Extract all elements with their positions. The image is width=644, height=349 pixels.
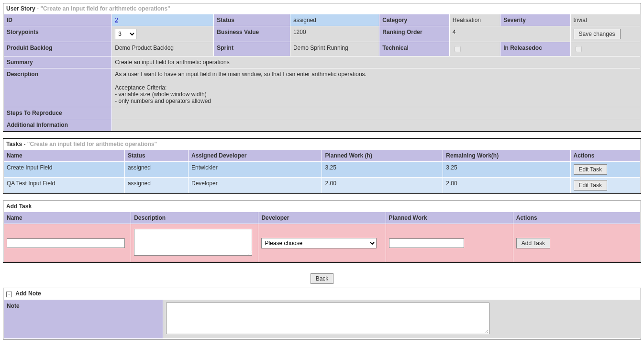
add-task-button[interactable]: Add Task: [516, 238, 550, 248]
tasks-title-label: Tasks: [6, 141, 22, 147]
value-status: assigned: [290, 14, 379, 26]
value-summary: Create an input field for arithmetic ope…: [112, 56, 641, 68]
add-task-title-label: Add Task: [6, 203, 32, 210]
task-status: assigned: [124, 178, 188, 193]
addcol-description: Description: [131, 212, 258, 224]
task-actions: Edit Task: [570, 178, 640, 193]
label-additional: Additional Information: [4, 119, 112, 131]
task-assigned: Developer: [188, 178, 322, 193]
add-task-panel: Add Task Name Description Developer Plan…: [3, 201, 641, 263]
task-remaining: 2.00: [443, 178, 570, 193]
value-description: As a user I want to have an input field …: [112, 68, 641, 107]
value-sprint: Demo Sprint Running: [290, 42, 379, 56]
label-status: Status: [214, 14, 290, 26]
task-actions: Edit Task: [570, 162, 640, 178]
label-product-backlog: Produkt Backlog: [4, 42, 112, 56]
user-story-title-label: User Story: [6, 5, 35, 12]
note-value-cell: [163, 300, 640, 339]
addcol-name: Name: [4, 212, 131, 224]
add-note-panel: - Add Note Note: [3, 288, 641, 339]
label-storypoints: Storypoints: [4, 26, 112, 42]
edit-task-button[interactable]: Edit Task: [574, 180, 607, 191]
label-technical: Technical: [379, 42, 449, 56]
save-cell: Save changes: [570, 26, 640, 42]
col-assigned: Assigned Developer: [188, 150, 322, 162]
label-in-releasedoc: In Releasedoc: [500, 42, 570, 56]
user-story-title: User Story - "Create an input field for …: [3, 3, 641, 14]
task-assigned: Entwickler: [188, 162, 322, 178]
value-in-releasedoc: [570, 42, 640, 56]
user-story-table: ID 2 Status assigned Category Realisatio…: [3, 14, 641, 131]
table-row: QA Test Input Field assigned Developer 2…: [4, 178, 641, 193]
task-name: Create Input Field: [4, 162, 125, 178]
addcol-actions: Actions: [513, 212, 640, 224]
task-status: assigned: [124, 162, 188, 178]
add-planned-cell: [386, 224, 513, 262]
add-note-table: Note: [3, 299, 641, 339]
add-note-title: - Add Note: [3, 288, 641, 299]
value-id: 2: [112, 14, 214, 26]
back-button[interactable]: Back: [311, 273, 334, 284]
label-description: Description: [4, 68, 112, 107]
col-status: Status: [124, 150, 188, 162]
label-category: Category: [379, 14, 449, 26]
col-planned: Planned Work (h): [322, 150, 443, 162]
value-business-value: 1200: [290, 26, 379, 42]
value-storypoints: 3: [112, 26, 214, 42]
value-steps: [112, 107, 641, 119]
addcol-planned: Planned Work: [386, 212, 513, 224]
user-story-title-sub: "Create an input field for arithmetic op…: [40, 5, 170, 12]
add-task-form-row: Please choose Add Task: [4, 224, 641, 262]
value-technical: [449, 42, 500, 56]
col-actions: Actions: [570, 150, 640, 162]
add-note-title-label: Add Note: [15, 290, 41, 297]
value-severity: trivial: [570, 14, 640, 26]
add-task-developer-select[interactable]: Please choose: [261, 238, 377, 248]
label-steps: Steps To Reproduce: [4, 107, 112, 119]
value-category: Realisation: [449, 14, 500, 26]
value-product-backlog: Demo Product Backlog: [112, 42, 214, 56]
add-desc-cell: [131, 224, 258, 262]
save-changes-button[interactable]: Save changes: [574, 29, 621, 39]
collapse-icon[interactable]: -: [6, 292, 12, 297]
label-sprint: Sprint: [214, 42, 290, 56]
releasedoc-checkbox[interactable]: [576, 46, 582, 52]
col-remaining: Remaining Work(h): [443, 150, 570, 162]
tasks-table: Name Status Assigned Developer Planned W…: [3, 149, 641, 193]
add-task-planned-input[interactable]: [389, 238, 465, 248]
col-name: Name: [4, 150, 125, 162]
add-dev-cell: Please choose: [258, 224, 386, 262]
label-id: ID: [4, 14, 112, 26]
edit-task-button[interactable]: Edit Task: [574, 164, 607, 175]
addcol-developer: Developer: [258, 212, 386, 224]
id-link[interactable]: 2: [115, 17, 118, 23]
task-name: QA Test Input Field: [4, 178, 125, 193]
tasks-panel: Tasks - "Create an input field for arith…: [3, 138, 641, 194]
add-task-title: Add Task: [3, 201, 641, 212]
add-actions-cell: Add Task: [513, 224, 640, 262]
note-label: Note: [4, 300, 163, 339]
tasks-title: Tasks - "Create an input field for arith…: [3, 139, 641, 149]
user-story-panel: User Story - "Create an input field for …: [3, 3, 641, 132]
label-business-value: Business Value: [214, 26, 290, 42]
technical-checkbox[interactable]: [455, 46, 461, 52]
label-severity: Severity: [500, 14, 570, 26]
add-task-table: Name Description Developer Planned Work …: [3, 212, 641, 262]
back-button-container: Back: [3, 270, 641, 288]
add-task-description-input[interactable]: [134, 229, 252, 256]
add-task-name-input[interactable]: [7, 238, 125, 248]
tasks-title-sub: "Create an input field for arithmetic op…: [27, 141, 157, 147]
add-name-cell: [4, 224, 131, 262]
table-row: Create Input Field assigned Entwickler 3…: [4, 162, 641, 178]
task-remaining: 3.25: [443, 162, 570, 178]
task-planned: 3.25: [322, 162, 443, 178]
note-textarea[interactable]: [166, 303, 489, 334]
label-ranking-order: Ranking Order: [379, 26, 449, 42]
value-ranking-order: 4: [449, 26, 570, 42]
label-summary: Summary: [4, 56, 112, 68]
task-planned: 2.00: [322, 178, 443, 193]
value-additional: [112, 119, 641, 131]
storypoints-select[interactable]: 3: [115, 29, 136, 39]
